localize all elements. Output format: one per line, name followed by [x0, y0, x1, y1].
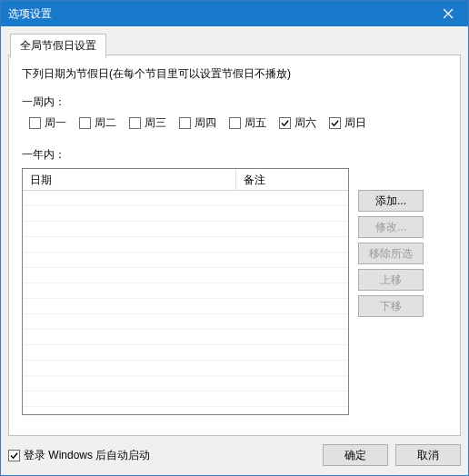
- weekday-checkbox-1[interactable]: 周二: [79, 115, 116, 131]
- weekday-label: 周四: [195, 115, 216, 131]
- autostart-label: 登录 Windows 后自动启动: [24, 448, 150, 463]
- checkbox-box: [179, 117, 191, 129]
- checkbox-box: [79, 117, 91, 129]
- weekday-label: 周日: [344, 115, 366, 131]
- table-row[interactable]: [23, 283, 348, 299]
- close-button[interactable]: [428, 1, 468, 26]
- table-row[interactable]: [23, 206, 348, 222]
- bottom-bar: 登录 Windows 后自动启动 确定 取消: [8, 444, 461, 466]
- weekday-checkbox-5[interactable]: 周六: [279, 115, 316, 131]
- client-area: 全局节假日设置 下列日期为节假日(在每个节目里可以设置节假日不播放) 一周内： …: [1, 26, 468, 475]
- checkbox-box: [8, 450, 20, 461]
- holiday-description: 下列日期为节假日(在每个节目里可以设置节假日不播放): [22, 66, 447, 82]
- weekday-checkbox-4[interactable]: 周五: [229, 115, 266, 131]
- table-row[interactable]: [23, 376, 348, 392]
- weekday-checkbox-6[interactable]: 周日: [329, 115, 366, 131]
- weekday-label: 周六: [294, 115, 316, 131]
- ok-button[interactable]: 确定: [323, 444, 388, 466]
- column-date[interactable]: 日期: [23, 169, 236, 190]
- cancel-button[interactable]: 取消: [395, 444, 461, 466]
- table-row[interactable]: [23, 268, 348, 283]
- table-row[interactable]: [23, 330, 348, 345]
- weekday-checkbox-2[interactable]: 周三: [129, 115, 166, 131]
- table-row[interactable]: [23, 392, 348, 407]
- listview-buttons: 添加... 修改... 移除所选 上移 下移: [358, 190, 424, 317]
- close-icon: [443, 8, 454, 19]
- remove-button[interactable]: 移除所选: [358, 243, 424, 264]
- tab-panel: 下列日期为节假日(在每个节目里可以设置节假日不播放) 一周内： 周一周二周三周四…: [8, 55, 461, 436]
- table-row[interactable]: [23, 345, 348, 361]
- table-row[interactable]: [23, 299, 348, 314]
- window-title: 选项设置: [8, 6, 52, 22]
- checkbox-box: [129, 117, 141, 129]
- table-row[interactable]: [23, 314, 348, 330]
- weekday-label: 周一: [45, 115, 66, 131]
- add-button[interactable]: 添加...: [358, 190, 424, 212]
- listview-body: [23, 191, 348, 414]
- checkbox-box: [29, 117, 41, 129]
- move-down-button[interactable]: 下移: [358, 295, 424, 317]
- year-listview[interactable]: 日期 备注: [22, 168, 349, 415]
- weekday-checkbox-0[interactable]: 周一: [29, 115, 66, 131]
- listview-header: 日期 备注: [23, 169, 348, 191]
- weekday-label: 周三: [145, 115, 166, 131]
- tab-label: 全局节假日设置: [20, 39, 96, 52]
- tabstrip: 全局节假日设置: [10, 34, 106, 59]
- tab-holiday-settings[interactable]: 全局节假日设置: [10, 34, 106, 59]
- edit-button[interactable]: 修改...: [358, 216, 424, 238]
- column-note[interactable]: 备注: [236, 169, 348, 190]
- week-checkbox-row: 周一周二周三周四周五周六周日: [29, 115, 447, 131]
- week-section-label: 一周内：: [22, 94, 447, 110]
- move-up-button[interactable]: 上移: [358, 269, 424, 291]
- checkbox-box: [229, 117, 241, 129]
- checkbox-box: [279, 117, 291, 129]
- table-row[interactable]: [23, 253, 348, 268]
- autostart-checkbox[interactable]: 登录 Windows 后自动启动: [8, 448, 150, 463]
- weekday-label: 周二: [95, 115, 116, 131]
- table-row[interactable]: [23, 361, 348, 376]
- weekday-label: 周五: [244, 115, 266, 131]
- table-row[interactable]: [23, 191, 348, 206]
- year-section-label: 一年内：: [22, 147, 447, 163]
- table-row[interactable]: [23, 222, 348, 237]
- weekday-checkbox-3[interactable]: 周四: [179, 115, 216, 131]
- checkbox-box: [329, 117, 341, 129]
- table-row[interactable]: [23, 237, 348, 253]
- titlebar: 选项设置: [1, 1, 468, 26]
